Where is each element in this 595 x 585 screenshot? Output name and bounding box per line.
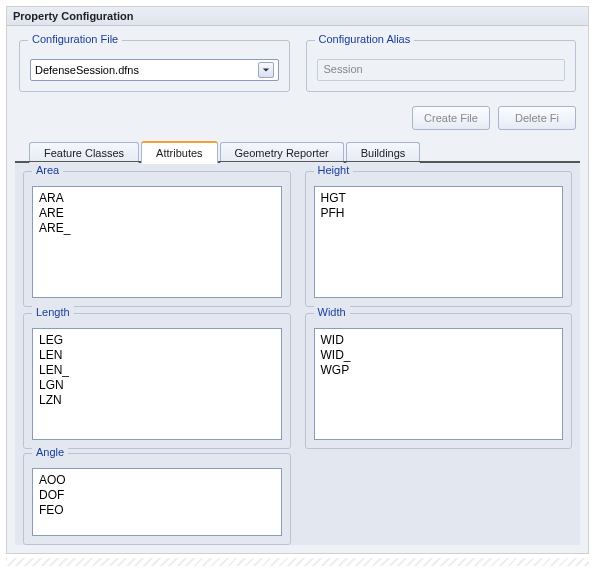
list-item[interactable]: HGT [321, 191, 557, 206]
area-listbox[interactable]: ARAAREARE_ [32, 186, 282, 298]
tab-attributes-label: Attributes [156, 147, 202, 159]
width-listbox[interactable]: WIDWID_WGP [314, 328, 564, 440]
property-configuration-panel: Property Configuration Configuration Fil… [6, 6, 589, 554]
tab-feature-classes[interactable]: Feature Classes [29, 142, 139, 163]
tab-buildings[interactable]: Buildings [346, 142, 421, 163]
configuration-alias-label: Configuration Alias [315, 33, 415, 45]
width-label: Width [314, 306, 350, 318]
list-item[interactable]: WID [321, 333, 557, 348]
list-item[interactable]: WGP [321, 363, 557, 378]
list-item[interactable]: LEN_ [39, 363, 275, 378]
list-item[interactable]: LEN [39, 348, 275, 363]
list-item[interactable]: LZN [39, 393, 275, 408]
configuration-alias-group: Configuration Alias Session [306, 40, 577, 92]
height-label: Height [314, 164, 354, 176]
list-item[interactable]: ARA [39, 191, 275, 206]
tab-geometry-reporter[interactable]: Geometry Reporter [220, 142, 344, 163]
configuration-file-label: Configuration File [28, 33, 122, 45]
width-group: Width WIDWID_WGP [305, 313, 573, 449]
area-label: Area [32, 164, 63, 176]
list-item[interactable]: LGN [39, 378, 275, 393]
list-item[interactable]: PFH [321, 206, 557, 221]
height-listbox[interactable]: HGTPFH [314, 186, 564, 298]
area-group: Area ARAAREARE_ [23, 171, 291, 307]
file-button-row: Create File Delete Fi [15, 102, 580, 138]
decorative-shadow [6, 558, 589, 566]
tab-content-attributes: Area ARAAREARE_ Height HGTPFH Length LEG… [15, 162, 580, 545]
angle-listbox[interactable]: AOODOFFEO [32, 468, 282, 536]
list-item[interactable]: ARE [39, 206, 275, 221]
list-item[interactable]: ARE_ [39, 221, 275, 236]
panel-body: Configuration File DefenseSession.dfns C… [7, 26, 588, 553]
angle-label: Angle [32, 446, 68, 458]
configuration-file-value: DefenseSession.dfns [35, 64, 139, 76]
height-group: Height HGTPFH [305, 171, 573, 307]
list-item[interactable]: WID_ [321, 348, 557, 363]
create-file-button[interactable]: Create File [412, 106, 490, 130]
configuration-alias-field[interactable]: Session [317, 59, 566, 81]
delete-file-button[interactable]: Delete Fi [498, 106, 576, 130]
length-listbox[interactable]: LEGLENLEN_LGNLZN [32, 328, 282, 440]
length-label: Length [32, 306, 74, 318]
angle-group: Angle AOODOFFEO [23, 453, 291, 545]
panel-title: Property Configuration [7, 7, 588, 26]
length-group: Length LEGLENLEN_LGNLZN [23, 313, 291, 449]
list-item[interactable]: FEO [39, 503, 275, 518]
chevron-down-icon[interactable] [258, 62, 274, 78]
tab-attributes[interactable]: Attributes [141, 141, 217, 163]
list-item[interactable]: DOF [39, 488, 275, 503]
list-item[interactable]: AOO [39, 473, 275, 488]
tab-strip: Feature Classes Attributes Geometry Repo… [15, 138, 580, 162]
configuration-file-combo[interactable]: DefenseSession.dfns [30, 59, 279, 81]
configuration-file-group: Configuration File DefenseSession.dfns [19, 40, 290, 92]
list-item[interactable]: LEG [39, 333, 275, 348]
